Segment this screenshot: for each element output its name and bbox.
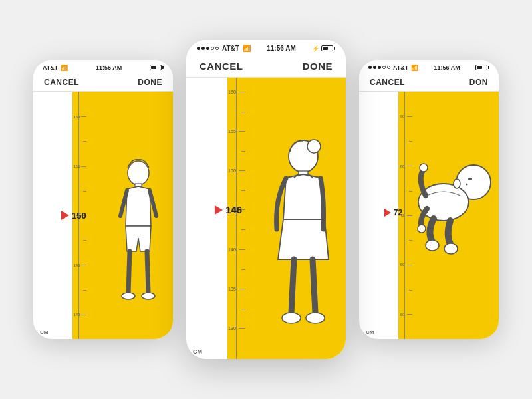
svg-point-6 [122, 293, 135, 299]
svg-line-14 [313, 259, 315, 313]
baby-svg [414, 129, 493, 275]
unit-label-center: CM [193, 348, 202, 355]
unit-label-right: CM [366, 329, 374, 335]
height-value-right: 72 [394, 208, 402, 217]
height-arrow-left [61, 211, 69, 220]
svg-point-9 [307, 140, 321, 153]
svg-point-22 [444, 243, 458, 254]
content-left: 160 155 150 145 140 150 [33, 92, 173, 339]
girl-svg [265, 133, 338, 359]
height-indicator-left[interactable]: 150 [61, 211, 86, 221]
svg-line-4 [128, 251, 130, 293]
done-button-right[interactable]: DON [469, 78, 488, 87]
battery-left [150, 65, 164, 70]
figure-boy [115, 153, 162, 339]
bolt-icon: ⚡ [312, 45, 319, 52]
boy-svg [115, 153, 162, 339]
time-left: 11:56 AM [96, 65, 122, 71]
navbar-left: CANCEL DONE [33, 74, 173, 92]
svg-point-18 [418, 184, 469, 221]
content-right: 90 80 72 60 [359, 92, 499, 339]
battery-center [321, 45, 335, 51]
wifi-icon-right: 📶 [411, 65, 418, 71]
status-bar-left: AT&T 📶 11:56 AM [33, 60, 173, 74]
svg-point-20 [418, 225, 426, 233]
time-right: 11:56 AM [434, 65, 460, 71]
carrier-right: AT&T [393, 65, 408, 71]
height-arrow-center [215, 205, 223, 215]
done-button-left[interactable]: DONE [138, 78, 162, 87]
height-arrow-right [384, 209, 391, 217]
time-center: 11:56 AM [267, 45, 296, 52]
wifi-icon-center: 📶 [243, 45, 251, 52]
svg-point-15 [282, 313, 301, 323]
navbar-right: CANCEL DON [359, 74, 499, 92]
cancel-button-left[interactable]: CANCEL [44, 78, 79, 87]
svg-line-13 [291, 259, 294, 313]
height-value-center: 146 [225, 204, 242, 215]
status-bar-center: AT&T 📶 11:56 AM ⚡ [186, 40, 346, 55]
cancel-button-right[interactable]: CANCEL [370, 78, 405, 87]
svg-point-24 [468, 178, 472, 180]
wifi-icon-left: 📶 [61, 65, 68, 71]
height-indicator-right[interactable]: 72 [384, 208, 402, 217]
scene: AT&T 📶 11:56 AM CANCEL DONE [0, 0, 532, 399]
height-value-left: 150 [72, 211, 86, 221]
status-bar-right: AT&T 📶 11:56 AM [359, 60, 499, 74]
svg-point-21 [426, 240, 439, 251]
content-center: 160 155 150 146 [186, 78, 346, 359]
svg-line-5 [147, 251, 148, 293]
navbar-center: CANCEL DONE [186, 55, 346, 78]
phone-left: AT&T 📶 11:56 AM CANCEL DONE [33, 60, 173, 339]
svg-point-19 [420, 164, 428, 172]
svg-point-7 [142, 293, 155, 299]
unit-label-left: CM [40, 329, 48, 335]
done-button-center[interactable]: DONE [303, 61, 332, 72]
svg-point-25 [466, 183, 467, 185]
phone-center: AT&T 📶 11:56 AM ⚡ CANCEL DONE [186, 40, 346, 359]
phone-right: AT&T 📶 11:56 AM CANCEL DON [359, 60, 499, 339]
carrier-center: AT&T [222, 45, 239, 52]
svg-point-0 [128, 161, 149, 185]
svg-point-23 [454, 179, 460, 188]
battery-right [475, 65, 489, 70]
height-indicator-center[interactable]: 146 [215, 204, 242, 215]
carrier-left: AT&T [43, 65, 58, 71]
ruler-center[interactable]: 160 155 150 146 [221, 78, 245, 359]
figure-girl [265, 133, 338, 359]
figure-baby [414, 129, 493, 275]
cancel-button-center[interactable]: CANCEL [200, 61, 243, 72]
svg-point-16 [306, 313, 325, 323]
